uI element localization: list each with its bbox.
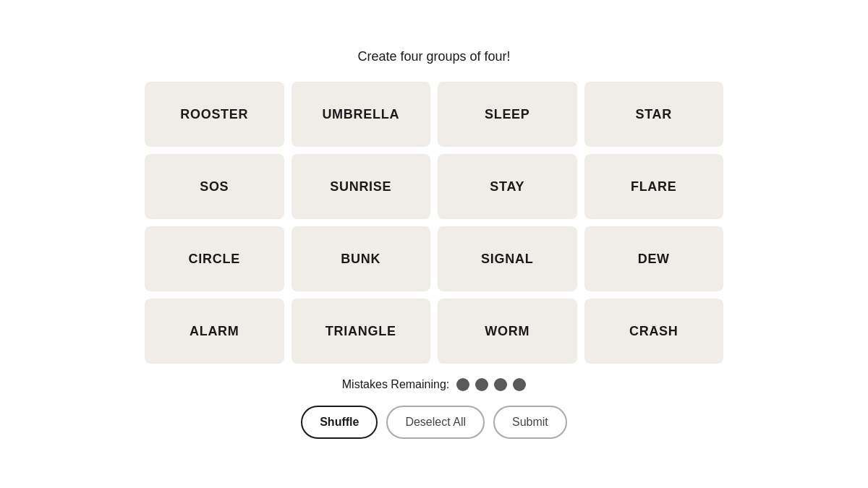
- instruction-text: Create four groups of four!: [357, 49, 510, 64]
- game-container: Create four groups of four! ROOSTERUMBRE…: [145, 49, 723, 439]
- word-tile[interactable]: SLEEP: [438, 82, 577, 147]
- word-tile[interactable]: ALARM: [145, 299, 284, 364]
- word-tile[interactable]: SOS: [145, 154, 284, 219]
- word-tile[interactable]: ROOSTER: [145, 82, 284, 147]
- word-tile[interactable]: FLARE: [584, 154, 724, 219]
- word-tile[interactable]: STAY: [438, 154, 577, 219]
- buttons-section: Shuffle Deselect All Submit: [301, 406, 567, 439]
- word-tile[interactable]: STAR: [584, 82, 724, 147]
- tile-label: CRASH: [629, 324, 678, 339]
- mistakes-label: Mistakes Remaining:: [342, 378, 450, 391]
- word-tile[interactable]: TRIANGLE: [292, 299, 431, 364]
- word-tile[interactable]: SUNRISE: [292, 154, 431, 219]
- tile-label: SOS: [200, 179, 229, 194]
- tile-label: SUNRISE: [330, 179, 391, 194]
- word-tile[interactable]: UMBRELLA: [292, 82, 431, 147]
- word-tile[interactable]: CIRCLE: [145, 226, 284, 291]
- word-tile[interactable]: DEW: [584, 226, 724, 291]
- tile-label: WORM: [485, 324, 529, 339]
- tile-label: ALARM: [190, 324, 239, 339]
- tile-label: UMBRELLA: [322, 107, 399, 122]
- shuffle-button[interactable]: Shuffle: [301, 406, 378, 439]
- tile-label: STAR: [635, 107, 672, 122]
- mistakes-section: Mistakes Remaining:: [342, 378, 527, 391]
- word-tile[interactable]: SIGNAL: [438, 226, 577, 291]
- tile-label: FLARE: [631, 179, 677, 194]
- tile-label: BUNK: [341, 252, 380, 267]
- word-tile[interactable]: BUNK: [292, 226, 431, 291]
- word-tile[interactable]: CRASH: [584, 299, 724, 364]
- mistake-dot: [456, 378, 469, 391]
- tile-label: STAY: [490, 179, 524, 194]
- mistake-dot: [513, 378, 526, 391]
- tile-label: SLEEP: [485, 107, 530, 122]
- tile-label: ROOSTER: [180, 107, 248, 122]
- word-grid: ROOSTERUMBRELLASLEEPSTARSOSSUNRISESTAYFL…: [145, 82, 723, 364]
- mistake-dot: [494, 378, 507, 391]
- deselect-all-button[interactable]: Deselect All: [386, 406, 485, 439]
- mistakes-dots: [456, 378, 526, 391]
- submit-button[interactable]: Submit: [493, 406, 567, 439]
- mistake-dot: [475, 378, 488, 391]
- tile-label: CIRCLE: [189, 252, 240, 267]
- word-tile[interactable]: WORM: [438, 299, 577, 364]
- tile-label: TRIANGLE: [326, 324, 396, 339]
- tile-label: DEW: [638, 252, 670, 267]
- tile-label: SIGNAL: [481, 252, 533, 267]
